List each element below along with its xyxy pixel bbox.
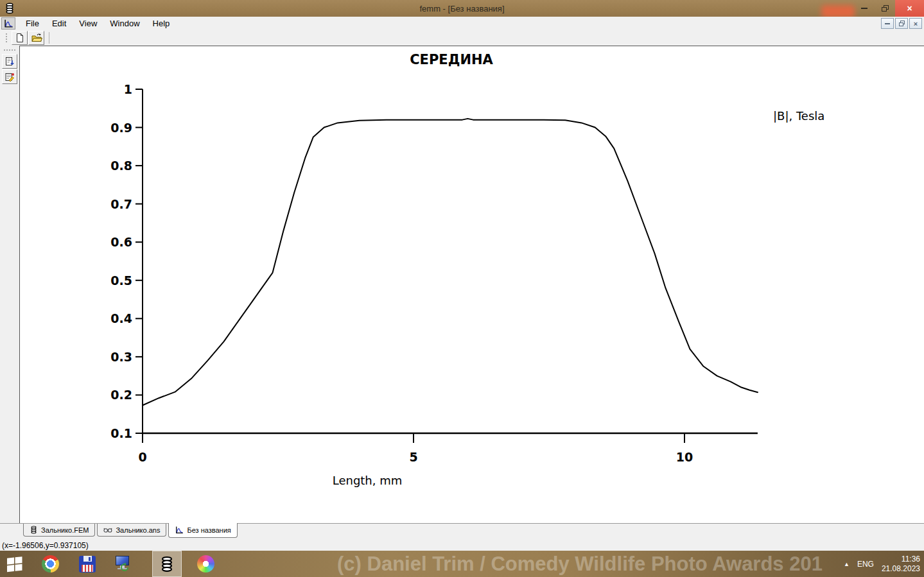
open-folder-icon: [31, 33, 42, 43]
tab-label: Зальнико.FEM: [41, 526, 89, 534]
tab-label: Зальнико.ans: [116, 526, 160, 534]
window-titlebar: femm - [Без названия] ×: [0, 0, 924, 17]
workspace: 0.10.20.30.40.50.60.70.80.910510 СЕРЕДИН…: [0, 46, 924, 523]
start-button[interactable]: [0, 551, 30, 577]
tab-zalniko-fem[interactable]: Зальнико.FEM: [23, 524, 95, 537]
taskbar-floppy-app[interactable]: [73, 551, 102, 577]
mdi-window-controls: ×: [881, 18, 922, 29]
floppy-disk-icon: [79, 556, 96, 573]
remote-desktop-icon: [114, 555, 132, 573]
svg-text:10: 10: [676, 450, 693, 464]
color-wheel-icon: [197, 555, 214, 573]
coil-icon: [30, 526, 38, 534]
blurred-orange-badge: [821, 5, 855, 18]
menu-bar: File Edit View Window Help ×: [0, 17, 924, 30]
svg-text:0.7: 0.7: [110, 197, 132, 211]
minimize-button[interactable]: [854, 0, 875, 17]
language-indicator[interactable]: ENG: [857, 560, 874, 569]
menu-file[interactable]: File: [19, 17, 46, 30]
main-toolbar: [0, 30, 924, 46]
svg-text:0.8: 0.8: [110, 159, 132, 173]
chart-legend: |B|, Tesla: [773, 109, 824, 123]
svg-text:0.3: 0.3: [110, 350, 132, 364]
toolbar-grip[interactable]: [5, 33, 8, 43]
plot-edit-button[interactable]: [2, 69, 17, 84]
document-tab-strip: Зальнико.FEM Зальнико.ans Без названия: [0, 523, 924, 540]
menu-help[interactable]: Help: [146, 17, 177, 30]
windows-logo-icon: [5, 555, 24, 574]
mdi-restore-button[interactable]: [895, 18, 908, 29]
open-file-button[interactable]: [28, 31, 44, 45]
toolbar-separator: [49, 32, 49, 44]
taskbar-chrome[interactable]: [35, 551, 65, 577]
svg-text:0.2: 0.2: [110, 388, 132, 402]
system-tray: ▲ ENG 11:36 21.08.2023: [844, 551, 920, 577]
menu-window[interactable]: Window: [103, 17, 146, 30]
chart-title: СЕРЕДИНА: [410, 52, 493, 67]
tab-zalniko-ans[interactable]: Зальнико.ans: [97, 524, 166, 537]
photo-watermark: (c) Daniel Trim / Comedy Wildlife Photo …: [337, 553, 823, 576]
document-pencil-icon: [4, 72, 15, 82]
taskbar: (c) Daniel Trim / Comedy Wildlife Photo …: [0, 551, 924, 577]
window-title: femm - [Без названия]: [0, 4, 924, 13]
tab-bez-nazvaniya[interactable]: Без названия: [168, 523, 237, 538]
tab-label: Без названия: [187, 526, 231, 534]
cursor-coordinates: (x=-1.96506,y=0.937105): [0, 541, 89, 550]
taskbar-femm-active[interactable]: [152, 551, 182, 577]
minimize-icon: [885, 23, 890, 24]
plot-icon: [175, 526, 184, 535]
clock-date: 21.08.2023: [882, 564, 920, 574]
side-toolbar-grip[interactable]: [3, 49, 16, 51]
chart-x-axis-label: Length, mm: [333, 474, 403, 487]
restore-icon: [882, 5, 889, 12]
glasses-icon: [103, 526, 112, 533]
window-controls: ×: [854, 0, 924, 17]
sync-arrows-icon: [119, 562, 130, 573]
new-file-button[interactable]: [12, 31, 28, 45]
taskbar-color-wheel-app[interactable]: [191, 551, 220, 577]
clock-time: 11:36: [882, 555, 920, 564]
svg-text:0.1: 0.1: [110, 426, 132, 440]
new-document-icon: [15, 33, 25, 43]
plot-export-button[interactable]: [2, 54, 17, 69]
svg-text:0: 0: [138, 450, 146, 464]
document-down-arrow-icon: [4, 56, 15, 67]
plot-canvas[interactable]: 0.10.20.30.40.50.60.70.80.910510 СЕРЕДИН…: [19, 46, 924, 523]
svg-text:0.5: 0.5: [110, 273, 132, 288]
plot-side-toolbar: [0, 46, 19, 523]
svg-text:5: 5: [409, 450, 417, 464]
femm-coil-icon: [159, 555, 175, 573]
plot-icon: [3, 19, 13, 29]
show-hidden-icons-button[interactable]: ▲: [844, 561, 850, 567]
minimize-icon: [861, 8, 867, 9]
restore-button[interactable]: [875, 0, 895, 17]
mdi-close-button[interactable]: ×: [909, 18, 922, 29]
chrome-icon: [42, 555, 59, 573]
mdi-minimize-button[interactable]: [881, 18, 894, 29]
menu-view[interactable]: View: [73, 17, 103, 30]
svg-text:0.4: 0.4: [110, 311, 132, 325]
close-button[interactable]: ×: [895, 0, 924, 17]
restore-icon: [899, 21, 905, 26]
svg-text:1: 1: [124, 82, 132, 96]
svg-text:0.9: 0.9: [110, 121, 132, 135]
menu-edit[interactable]: Edit: [46, 17, 73, 30]
svg-text:0.6: 0.6: [110, 235, 132, 249]
active-document-icon-button[interactable]: [1, 17, 15, 30]
status-bar: (x=-1.96506,y=0.937105): [0, 540, 924, 551]
clock[interactable]: 11:36 21.08.2023: [882, 555, 920, 574]
taskbar-remote-desktop[interactable]: [108, 551, 137, 577]
